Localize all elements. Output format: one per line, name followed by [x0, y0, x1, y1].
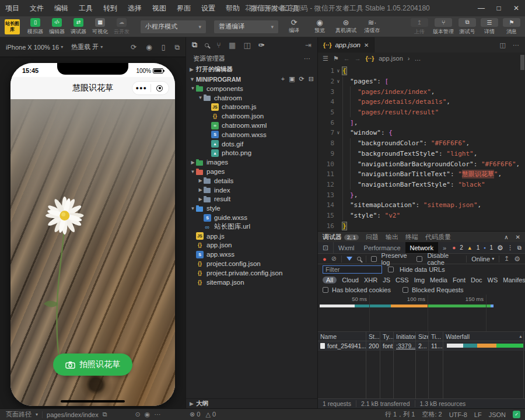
bookmark-icon[interactable]: ⚑ — [333, 55, 339, 62]
tree-item[interactable]: Sguide.wxss — [186, 213, 317, 222]
network-overview-timeline[interactable]: 50 ms100 ms150 ms — [318, 295, 525, 332]
initiator-link[interactable]: :3379... — [396, 342, 416, 349]
tree-item[interactable]: JSchatroom.js — [186, 103, 317, 112]
search-icon[interactable] — [205, 43, 209, 47]
throttling-select[interactable]: Online ▾ — [471, 256, 494, 262]
split-editor-icon[interactable]: ◫ — [500, 41, 506, 49]
inspect-element-icon[interactable]: ⊡ — [318, 242, 334, 253]
outline-list-icon[interactable]: ☰ — [323, 55, 328, 62]
tree-item[interactable]: ▴photo.png — [186, 149, 317, 158]
new-file-icon[interactable]: + — [281, 75, 285, 83]
code-area[interactable]: 1∨{2∨"pages": [3"pages/index/index",4"pa… — [318, 64, 525, 231]
tree-item[interactable]: ▼style — [186, 204, 317, 213]
tree-item[interactable]: ▼chatroom — [186, 93, 317, 103]
filter-chip-cloud[interactable]: Cloud — [342, 276, 359, 284]
filter-chip-img[interactable]: Img — [414, 276, 425, 284]
network-filter-input[interactable] — [323, 265, 382, 274]
menu-item[interactable]: 设置 — [196, 4, 220, 13]
tree-item[interactable]: ▼components — [186, 84, 317, 93]
details-button[interactable]: ☰ 详情 — [481, 18, 498, 36]
device-select[interactable]: iPhone X 100% 16 ▾ — [6, 44, 63, 51]
column-header-ti[interactable]: Ti... — [429, 332, 443, 341]
hide-data-urls-checkbox[interactable] — [388, 267, 394, 272]
exit-button[interactable] — [151, 85, 169, 92]
column-header-initiator[interactable]: Initiator — [394, 332, 416, 341]
source-control-icon[interactable]: ⑂ — [216, 41, 221, 50]
code-line[interactable]: 7∨"window": { — [318, 128, 525, 138]
cursor-position[interactable]: 行 1，列 1 — [385, 410, 415, 419]
open-editors-section[interactable]: ▶ 打开的编辑器 — [186, 64, 317, 74]
hand-tool-icon[interactable]: ✑ — [258, 41, 265, 50]
restart-icon[interactable]: ⟳ — [131, 43, 136, 51]
test-account-button[interactable]: ⧉ 测试号 — [459, 18, 476, 36]
tab-debugger[interactable]: 调试器2, 1 — [323, 233, 359, 242]
menu-item[interactable]: 转到 — [98, 4, 123, 13]
filter-icon[interactable] — [346, 257, 352, 261]
editor-button[interactable]: ‹/› 编辑器 — [46, 17, 68, 37]
filter-chip-ws[interactable]: WS — [488, 276, 498, 284]
menu-item[interactable]: 帮助 — [220, 4, 245, 13]
blocked-requests-checkbox[interactable] — [402, 287, 408, 293]
detach-window-icon[interactable]: ⧉ — [174, 43, 180, 51]
code-line[interactable]: 13}, — [318, 190, 525, 200]
menu-item[interactable]: 工具 — [74, 4, 98, 13]
minimize-button[interactable]: — — [473, 0, 490, 16]
code-line[interactable]: 11"navigationBarTitleText": "慧眼识花草", — [318, 169, 525, 180]
feedback-icon[interactable]: ✓ — [513, 411, 520, 418]
eol-type[interactable]: LF — [474, 411, 482, 418]
code-line[interactable]: 4"pages/details/details", — [318, 97, 525, 107]
tab-app-json[interactable]: {··} app.json ✕ — [318, 37, 374, 52]
preserve-log-checkbox[interactable] — [371, 256, 377, 262]
filter-chip-media[interactable]: Media — [430, 276, 447, 284]
preview-button[interactable]: ◉ 预览 — [310, 19, 330, 34]
search-icon[interactable] — [357, 257, 361, 261]
tab-output[interactable]: 输出 — [386, 233, 398, 242]
extensions-icon[interactable]: ▦ — [229, 41, 236, 50]
column-header-ty[interactable]: Ty... — [380, 332, 394, 341]
remote-debug-button[interactable]: ⊛ 真机调试 — [335, 19, 356, 34]
clear-icon[interactable]: ⊘ — [331, 255, 337, 262]
code-line[interactable]: 6], — [318, 117, 525, 128]
language-mode[interactable]: JSON — [489, 411, 506, 418]
record-icon[interactable]: ● — [323, 256, 327, 262]
collapse-sidebar-icon[interactable]: ⇥ — [305, 41, 312, 50]
eye-icon[interactable]: ◉ — [145, 411, 150, 418]
tree-item[interactable]: ▼pages — [186, 167, 317, 176]
collapse-all-icon[interactable]: ⊟ — [309, 75, 314, 83]
code-line[interactable]: 2∨"pages": [ — [318, 76, 525, 87]
filter-chip-doc[interactable]: Doc — [471, 276, 482, 284]
close-panel-icon[interactable]: ✕ — [516, 234, 520, 240]
code-line[interactable]: 10"navigationBarBackgroundColor": "#F6F6… — [318, 159, 525, 169]
maximize-button[interactable]: □ — [490, 0, 508, 16]
breadcrumb-file[interactable]: app.json — [379, 55, 403, 62]
editor-scrollbar[interactable] — [520, 55, 524, 70]
tree-item[interactable]: JSapp.js — [186, 232, 317, 241]
code-line[interactable]: 15"style": "v2" — [318, 211, 525, 221]
code-line[interactable]: 5"pages/result/result" — [318, 107, 525, 118]
menu-item[interactable]: 编辑 — [49, 4, 74, 13]
tree-item[interactable]: {}app.json — [186, 241, 317, 250]
tree-item[interactable]: ▶index — [186, 186, 317, 195]
simulator-button[interactable]: ▯ 模拟器 — [24, 17, 46, 37]
tree-item[interactable]: {}sitemap.json — [186, 278, 317, 287]
messages-button[interactable]: ⚑ 消息 — [503, 18, 520, 36]
code-line[interactable]: 14"sitemapLocation": "sitemap.json", — [318, 200, 525, 211]
copy-icon[interactable]: ⧉ — [103, 411, 107, 418]
outline-section[interactable]: ▶ 大纲 — [186, 398, 317, 408]
tree-item[interactable]: Sapp.wxss — [186, 250, 317, 259]
import-har-icon[interactable]: ↥ — [504, 255, 509, 262]
column-header-size[interactable]: Size — [416, 332, 429, 341]
tree-item[interactable]: ▶images — [186, 158, 317, 167]
more-actions-icon[interactable]: ⋯ — [304, 55, 310, 62]
visualization-button[interactable]: ▦ 可视化 — [89, 17, 111, 37]
kebab-menu-icon[interactable]: ⋮ — [508, 244, 513, 251]
tree-item[interactable]: Schatroom.wxss — [186, 130, 317, 139]
files-icon[interactable]: ⧉ — [192, 40, 197, 50]
tab-problems[interactable]: 问题 — [366, 233, 379, 242]
collapse-panel-icon[interactable]: ∧ — [504, 234, 508, 240]
tree-item[interactable]: ∞站长图库.url — [186, 222, 317, 232]
column-header-waterfall[interactable]: Waterfall — [443, 332, 524, 341]
settings-gear-icon[interactable]: ⚙ — [497, 244, 503, 252]
compile-mode-select[interactable]: 普通编译 ▾ — [214, 20, 278, 33]
tab-terminal[interactable]: 终端 — [405, 233, 418, 242]
